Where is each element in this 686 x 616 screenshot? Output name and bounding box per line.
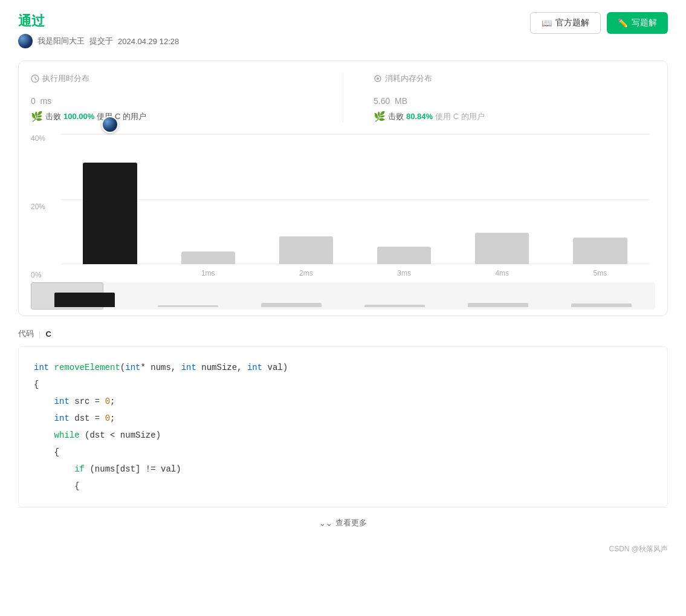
code-lang: C bbox=[45, 329, 51, 339]
bar-avatar bbox=[102, 116, 118, 133]
bar-group-3: 3ms bbox=[355, 134, 453, 264]
svg-point-4 bbox=[377, 77, 379, 80]
header-left: 通过 我是阳间大王 提交于 2024.04.29 12:28 bbox=[18, 12, 179, 48]
stats-row: 执行用时分布 0 ms 🌿 击败 100.00% 使用 C 的用户 消耗内存分布 bbox=[31, 73, 655, 122]
code-line: if (nums[dst] != val) bbox=[34, 461, 652, 478]
code-line: { bbox=[34, 444, 652, 461]
leaf-icon-time: 🌿 bbox=[31, 111, 43, 122]
view-more-button[interactable]: ⌄⌄ 查看更多 bbox=[18, 507, 668, 538]
mini-bar-group-0 bbox=[34, 285, 135, 307]
bar-label-2: 2ms bbox=[257, 269, 355, 277]
time-beat-pct: 100.00% bbox=[63, 112, 94, 121]
memory-label: 消耗内存分布 bbox=[374, 73, 655, 84]
header-buttons: 📖 官方题解 ✏️ 写题解 bbox=[530, 12, 668, 34]
bar-group-2: 2ms bbox=[257, 134, 355, 264]
stats-divider bbox=[343, 73, 343, 122]
code-line: int dst = 0; bbox=[34, 410, 652, 427]
code-line: { bbox=[34, 478, 652, 494]
stats-card: 执行用时分布 0 ms 🌿 击败 100.00% 使用 C 的用户 消耗内存分布 bbox=[18, 60, 668, 316]
bar-0 bbox=[83, 163, 137, 264]
mini-bar-group-2 bbox=[241, 285, 342, 307]
code-line: { bbox=[34, 376, 652, 393]
svg-line-2 bbox=[35, 79, 37, 80]
page-footer: CSDN @秋落风声 bbox=[18, 544, 668, 554]
page-header: 通过 我是阳间大王 提交于 2024.04.29 12:28 📖 官方题解 ✏️… bbox=[18, 12, 668, 48]
code-section: 代码 | C int removeElement(int* nums, int … bbox=[18, 328, 668, 538]
bar-4 bbox=[475, 233, 529, 265]
status-title: 通过 bbox=[18, 12, 179, 30]
submit-date: 2024.04.29 12:28 bbox=[118, 37, 179, 46]
brand-text: CSDN @秋落风声 bbox=[609, 544, 668, 554]
view-more-label: 查看更多 bbox=[335, 517, 367, 528]
mini-bar-4 bbox=[468, 303, 528, 308]
bar-3 bbox=[377, 247, 431, 264]
memory-beat: 🌿 击败 80.84% 使用 C 的用户 bbox=[374, 111, 655, 122]
mini-chart[interactable]: 1ms2ms3ms4ms5ms bbox=[31, 282, 655, 310]
y-label-20: 20% bbox=[31, 203, 55, 211]
username: 我是阳间大王 bbox=[37, 36, 85, 47]
avatar bbox=[18, 34, 33, 48]
mini-bar-5 bbox=[571, 303, 632, 307]
leaf-icon-memory: 🌿 bbox=[374, 111, 386, 122]
mini-bar-0 bbox=[54, 293, 115, 307]
memory-beat-pct: 80.84% bbox=[406, 112, 433, 121]
code-divider: | bbox=[39, 329, 40, 339]
performance-chart: 40% 20% 0% 1ms2ms3ms4ms5ms 1ms2ms3ms4ms5… bbox=[31, 134, 655, 303]
time-panel: 执行用时分布 0 ms 🌿 击败 100.00% 使用 C 的用户 bbox=[31, 73, 312, 122]
code-label: 代码 bbox=[18, 328, 34, 339]
mini-bar-group-5 bbox=[551, 285, 652, 307]
code-line: while (dst < numSize) bbox=[34, 427, 652, 444]
write-solution-button[interactable]: ✏️ 写题解 bbox=[607, 12, 668, 34]
user-info: 我是阳间大王 提交于 2024.04.29 12:28 bbox=[18, 34, 179, 48]
bar-group-4: 4ms bbox=[453, 134, 551, 264]
bar-1 bbox=[181, 251, 235, 264]
mini-bar-group-3 bbox=[344, 285, 445, 307]
mini-bar-group-1 bbox=[138, 285, 239, 307]
mini-bar-3 bbox=[364, 305, 425, 307]
edit-icon: ✏️ bbox=[618, 18, 628, 28]
bar-label-5: 5ms bbox=[551, 269, 649, 277]
clock-icon bbox=[31, 74, 39, 83]
bar-2 bbox=[279, 236, 333, 264]
chart-area: 40% 20% 0% 1ms2ms3ms4ms5ms bbox=[31, 134, 655, 279]
bar-group-5: 5ms bbox=[551, 134, 649, 264]
bar-group-0 bbox=[61, 134, 159, 264]
code-block: int removeElement(int* nums, int numSize… bbox=[18, 346, 668, 507]
time-value: 0 ms bbox=[31, 89, 312, 108]
code-line: int src = 0; bbox=[34, 393, 652, 410]
y-label-0: 0% bbox=[31, 271, 55, 279]
mini-bar-2 bbox=[261, 303, 322, 307]
code-line: int removeElement(int* nums, int numSize… bbox=[34, 359, 652, 376]
code-header: 代码 | C bbox=[18, 328, 668, 339]
book-icon: 📖 bbox=[542, 18, 552, 28]
bar-group-1: 1ms bbox=[159, 134, 257, 264]
time-label: 执行用时分布 bbox=[31, 73, 312, 84]
bar-label-3: 3ms bbox=[355, 269, 453, 277]
chart-y-labels: 40% 20% 0% bbox=[31, 134, 55, 279]
bar-5 bbox=[573, 238, 627, 264]
mini-bar-group-4 bbox=[447, 285, 548, 307]
y-label-40: 40% bbox=[31, 134, 55, 143]
memory-icon bbox=[374, 74, 382, 83]
memory-value: 5.60 MB bbox=[374, 89, 655, 108]
bar-label-1: 1ms bbox=[159, 269, 257, 277]
bar-label-4: 4ms bbox=[453, 269, 551, 277]
chart-plot: 1ms2ms3ms4ms5ms bbox=[61, 134, 649, 264]
official-solution-button[interactable]: 📖 官方题解 bbox=[530, 12, 601, 34]
submitted-label: 提交于 bbox=[89, 36, 113, 47]
time-beat: 🌿 击败 100.00% 使用 C 的用户 bbox=[31, 111, 312, 122]
mini-bar-1 bbox=[158, 305, 218, 307]
memory-panel: 消耗内存分布 5.60 MB 🌿 击败 80.84% 使用 C 的用户 bbox=[374, 73, 655, 122]
chevron-down-icon: ⌄⌄ bbox=[319, 519, 332, 528]
